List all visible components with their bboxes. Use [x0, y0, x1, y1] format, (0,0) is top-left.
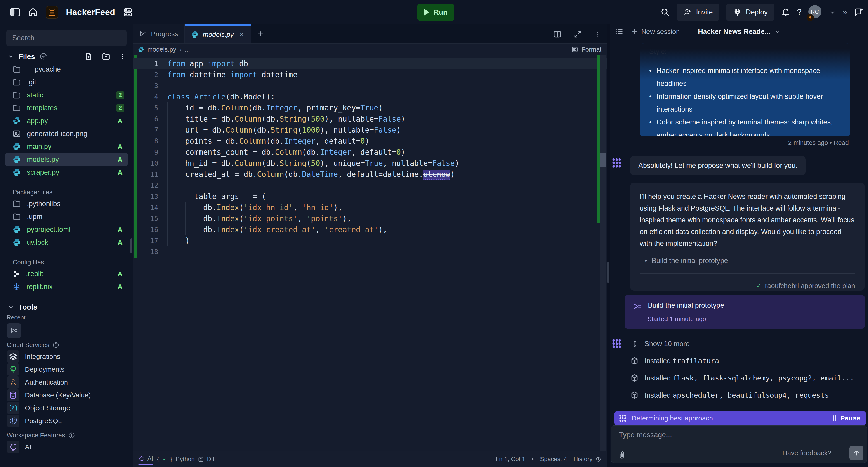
code-line-16[interactable]: 16 db.Index('idx_created_at', 'created_a… — [133, 224, 607, 235]
expand-icon[interactable] — [574, 30, 582, 38]
ai-icon — [7, 440, 20, 453]
file-row-generated-icon-png[interactable]: generated-icon.png — [5, 127, 128, 140]
status-diff-button[interactable]: Diff — [198, 456, 216, 463]
sidebar-item-deployments[interactable]: Deployments — [0, 363, 133, 376]
session-title-dropdown[interactable]: Hacker News Reade... — [698, 28, 780, 36]
file-row--upm[interactable]: .upm — [5, 210, 128, 223]
cloud-info-icon[interactable] — [53, 342, 59, 348]
code-line-13[interactable]: 13 __table_args__ = ( — [133, 191, 607, 202]
chat-scrollbar-thumb[interactable] — [608, 262, 610, 283]
tab-models-py[interactable]: models.py ✕ — [185, 24, 251, 43]
pause-button[interactable]: Pause — [833, 414, 860, 422]
repl-resources-icon[interactable] — [123, 7, 133, 18]
code-area[interactable]: 1from app import db2from datetime import… — [133, 55, 607, 451]
invite-button[interactable]: Invite — [677, 4, 719, 21]
breadcrumb-file[interactable]: models.py — [147, 46, 176, 53]
code-line-12[interactable]: 12 — [133, 180, 607, 191]
status-indentation[interactable]: Spaces: 4 — [540, 456, 567, 463]
search-box[interactable] — [6, 30, 127, 46]
status-ai-toggle[interactable]: AI — [138, 455, 153, 463]
deploy-button[interactable]: Deploy — [726, 4, 774, 21]
file-row-static[interactable]: static2 — [5, 89, 128, 101]
new-session-button[interactable]: + New session — [632, 27, 680, 37]
new-folder-icon[interactable] — [102, 52, 110, 61]
attachment-paperclip-icon[interactable] — [618, 451, 626, 459]
sidebar-item-postgresql[interactable]: PostgreSQL — [0, 414, 133, 427]
chat-message-input[interactable] — [619, 431, 822, 439]
tools-header[interactable]: Tools — [0, 301, 133, 313]
collapse-panel-icon[interactable]: » — [843, 7, 847, 17]
tab-progress[interactable]: Progress — [133, 24, 185, 43]
sidebar-item-authentication[interactable]: Authentication — [0, 376, 133, 389]
file-row--pythonlibs[interactable]: .pythonlibs — [5, 197, 128, 210]
run-button[interactable]: Run — [417, 4, 454, 21]
file-row-templates[interactable]: templates2 — [5, 101, 128, 114]
status-language[interactable]: {✓} Python — [156, 456, 195, 463]
code-line-2[interactable]: 2from datetime import datetime — [133, 69, 607, 80]
code-line-14[interactable]: 14 db.Index('idx_hn_id', 'hn_id'), — [133, 202, 607, 213]
code-line-9[interactable]: 9 comments_count = db.Column(db.Integer,… — [133, 146, 607, 158]
code-line-8[interactable]: 8 points = db.Column(db.Integer, default… — [133, 136, 607, 146]
editor-scrollbar-thumb[interactable] — [600, 153, 606, 167]
new-tab-button[interactable]: + — [251, 24, 270, 43]
send-button[interactable] — [849, 446, 864, 460]
editor-scrollbar-track[interactable] — [600, 55, 606, 451]
file-row-uv-lock[interactable]: uv.lockA — [5, 236, 128, 249]
file-row-scraper-py[interactable]: scraper.pyA — [5, 166, 128, 179]
status-history-button[interactable]: History — [574, 456, 601, 463]
notifications-bell-icon[interactable] — [781, 8, 790, 17]
breadcrumb-more[interactable]: ... — [185, 46, 190, 53]
file-row-replit-nix[interactable]: replit.nixA — [5, 280, 128, 293]
file-name: .replit — [26, 270, 43, 278]
code-line-11[interactable]: 11 created_at = db.Column(db.DateTime, d… — [133, 169, 607, 180]
code-line-17[interactable]: 17 ) — [133, 235, 607, 246]
sidebar-toggle-icon[interactable] — [10, 8, 20, 17]
code-line-3[interactable]: 3 — [133, 80, 607, 91]
new-file-icon[interactable] — [85, 53, 93, 61]
account-chevron-down-icon[interactable] — [829, 9, 836, 15]
search-input[interactable] — [12, 34, 121, 42]
editor-kebab-menu-icon[interactable] — [594, 31, 600, 37]
tab-close-icon[interactable]: ✕ — [239, 31, 244, 38]
code-line-10[interactable]: 10 hn_id = db.Column(db.String(50), uniq… — [133, 158, 607, 169]
sidebar-item-ai[interactable]: AI — [0, 440, 133, 453]
code-line-7[interactable]: 7 url = db.Column(db.String(1000), nulla… — [133, 125, 607, 136]
code-line-1[interactable]: 1from app import db — [133, 58, 607, 69]
code-line-4[interactable]: 4class Article(db.Model): — [133, 91, 607, 102]
file-row-app-py[interactable]: app.pyA — [5, 114, 128, 127]
file-row--replit[interactable]: .replitA — [5, 267, 128, 280]
workspace-info-icon[interactable] — [68, 432, 75, 439]
recent-agent-tool-button[interactable] — [7, 323, 21, 338]
feedback-link[interactable]: Have feedback? — [782, 449, 831, 457]
help-icon[interactable]: ? — [797, 7, 802, 17]
check-circle-icon[interactable] — [39, 53, 47, 60]
file-row--pycache-[interactable]: __pycache__ — [5, 63, 128, 76]
project-app-icon[interactable] — [46, 6, 58, 19]
files-kebab-menu-icon[interactable] — [119, 53, 126, 60]
file-row-models-py[interactable]: models.pyA — [5, 153, 128, 166]
code-line-6[interactable]: 6 title = db.Column(db.String(500), null… — [133, 113, 607, 125]
sidebar-item-object-storage[interactable]: 1001Object Storage — [0, 401, 133, 414]
pane-divider[interactable] — [607, 24, 610, 467]
sidebar-item-integrations[interactable]: Integrations — [0, 350, 133, 363]
task-card[interactable]: Build the initial prototype Started 1 mi… — [625, 295, 865, 329]
show-more-button[interactable]: Show 10 more — [631, 340, 690, 348]
account-avatar[interactable]: RC ✦ — [808, 5, 822, 19]
session-list-icon[interactable] — [615, 28, 623, 36]
sidebar-item-database-key-value-[interactable]: Database (Key/Value) — [0, 389, 133, 401]
file-row-main-py[interactable]: main.pyA — [5, 140, 128, 153]
file-row--git[interactable]: .git — [5, 76, 128, 89]
code-line-5[interactable]: 5 id = db.Column(db.Integer, primary_key… — [133, 102, 607, 113]
files-chevron-down-icon[interactable] — [8, 53, 14, 60]
file-row-pyproject-toml[interactable]: pyproject.tomlA — [5, 223, 128, 236]
code-line-15[interactable]: 15 db.Index('idx_points', 'points'), — [133, 213, 607, 224]
split-pane-icon[interactable] — [553, 30, 562, 38]
search-icon[interactable] — [660, 7, 670, 17]
status-cursor-position[interactable]: Ln 1, Col 1 — [496, 456, 525, 463]
chat-input-box[interactable]: Have feedback? — [611, 425, 867, 463]
format-button[interactable]: Format — [571, 46, 601, 53]
code-line-18[interactable]: 18 — [133, 246, 607, 257]
home-icon[interactable] — [28, 7, 38, 17]
sidebar-scrollbar[interactable] — [130, 238, 132, 253]
new-chat-icon[interactable] — [854, 7, 864, 17]
